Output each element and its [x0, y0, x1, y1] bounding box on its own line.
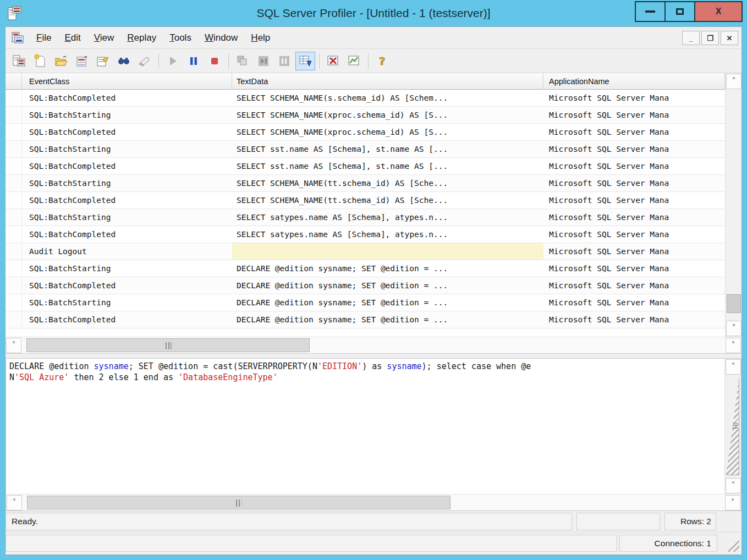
row-selector[interactable] — [6, 192, 22, 208]
row-selector[interactable] — [6, 141, 22, 157]
table-row[interactable]: SQL:BatchCompleted DECLARE @edition sysn… — [6, 311, 725, 328]
sql-token-default: ) as — [362, 361, 387, 371]
row-selector[interactable] — [6, 175, 22, 191]
scroll-up-button[interactable]: ˄ — [726, 74, 741, 89]
table-row[interactable]: SQL:BatchStarting SELECT sst.name AS [Sc… — [6, 141, 725, 158]
mdi-close-button[interactable]: ✕ — [721, 31, 738, 45]
grid-horizontal-scrollbar[interactable]: ˂ ˃ — [6, 337, 741, 353]
text-data-cell: SELECT sst.name AS [Schema], st.name AS … — [232, 141, 543, 157]
cancel-grid-button[interactable] — [323, 52, 343, 70]
minimize-icon — [645, 10, 655, 13]
event-class-cell: SQL:BatchCompleted — [22, 226, 232, 243]
detail-hscroll-thumb[interactable] — [27, 496, 451, 509]
resize-grip[interactable] — [726, 539, 739, 552]
table-row[interactable]: SQL:BatchStarting DECLARE @edition sysna… — [6, 260, 725, 277]
row-selector[interactable] — [6, 124, 22, 140]
pause-trace-button[interactable] — [184, 52, 204, 70]
text-data-cell: DECLARE @edition sysname; SET @edition =… — [232, 311, 543, 328]
copy-button[interactable] — [233, 52, 252, 70]
row-selector[interactable] — [6, 260, 22, 277]
find-binoculars-icon — [117, 54, 131, 68]
run-to-cursor-button[interactable] — [274, 52, 294, 70]
row-selector[interactable] — [6, 158, 22, 174]
pane-splitter[interactable] — [6, 354, 741, 358]
event-class-cell: SQL:BatchStarting — [22, 175, 232, 191]
properties-button[interactable] — [93, 52, 113, 70]
menu-help[interactable]: Help — [244, 29, 277, 47]
minimize-button[interactable] — [636, 2, 664, 21]
mdi-minimize-button[interactable]: _ — [682, 31, 700, 45]
trace-status-bar: Ready. Rows: 2 — [6, 511, 741, 532]
play-icon — [167, 55, 179, 67]
menu-view[interactable]: View — [87, 29, 121, 47]
column-header-eventclass[interactable]: EventClass — [22, 73, 232, 89]
table-row[interactable]: SQL:BatchCompleted SELECT SCHEMA_NAME(tt… — [6, 192, 725, 209]
menu-window[interactable]: Window — [198, 29, 244, 47]
table-row[interactable]: SQL:BatchStarting DECLARE @edition sysna… — [6, 294, 725, 311]
text-data-cell: SELECT satypes.name AS [Schema], atypes.… — [232, 209, 543, 226]
table-row[interactable]: SQL:BatchStarting SELECT satypes.name AS… — [6, 209, 725, 226]
scroll-right-button[interactable]: ˃ — [726, 338, 741, 353]
maximize-button[interactable] — [666, 2, 694, 21]
table-row[interactable]: SQL:BatchCompleted SELECT SCHEMA_NAME(xp… — [6, 124, 725, 141]
menu-tools[interactable]: Tools — [163, 29, 198, 47]
row-selector[interactable] — [6, 311, 22, 328]
menu-edit[interactable]: Edit — [58, 29, 87, 47]
close-button[interactable]: X — [695, 2, 741, 21]
sql-line: DECLARE @edition sysname; SET @edition =… — [9, 361, 723, 372]
event-class-cell: SQL:BatchStarting — [22, 141, 232, 157]
open-trace-button[interactable] — [51, 52, 71, 70]
stop-icon — [208, 55, 221, 67]
help-button[interactable]: ? — [372, 52, 392, 70]
open-table-button[interactable] — [72, 52, 92, 70]
scroll-down-button[interactable]: ˅ — [726, 478, 741, 493]
sql-text-view[interactable]: DECLARE @edition sysname; SET @edition =… — [6, 359, 724, 494]
table-row[interactable]: SQL:BatchStarting SELECT SCHEMA_NAME(xpr… — [6, 107, 725, 124]
grid-vscroll-thumb[interactable] — [727, 294, 741, 313]
start-replay-button[interactable] — [163, 52, 183, 70]
table-row[interactable]: SQL:BatchStarting SELECT SCHEMA_NAME(tt.… — [6, 175, 725, 192]
find-button[interactable] — [114, 52, 134, 70]
row-selector[interactable] — [6, 277, 22, 294]
mdi-restore-button[interactable]: ❐ — [701, 31, 719, 45]
chart-button[interactable] — [344, 52, 364, 70]
menu-file[interactable]: File — [30, 29, 58, 47]
detail-vertical-scrollbar[interactable]: ˄ ˅ — [724, 359, 741, 494]
new-document-button[interactable] — [30, 52, 50, 70]
grid-hscroll-thumb[interactable] — [26, 338, 310, 352]
toolbar: ? — [6, 49, 741, 73]
scroll-down-button[interactable]: ˅ — [726, 321, 741, 336]
row-selector[interactable] — [6, 226, 22, 243]
new-trace-button[interactable] — [9, 52, 29, 70]
toolbar-separator — [319, 53, 320, 69]
scroll-left-button[interactable]: ˂ — [6, 338, 21, 353]
status-message-panel — [6, 535, 617, 552]
row-selector[interactable] — [6, 294, 22, 311]
row-selector[interactable] — [6, 209, 22, 226]
menu-replay[interactable]: Replay — [120, 29, 163, 47]
detail-horizontal-scrollbar[interactable]: ˂ ˃ — [6, 494, 741, 510]
scroll-up-button[interactable]: ˄ — [726, 359, 741, 375]
table-row[interactable]: Audit Logout Microsoft SQL Server Mana — [6, 243, 725, 260]
sql-token-default: then 2 else 1 end as — [69, 372, 178, 382]
table-row[interactable]: SQL:BatchCompleted SELECT sst.name AS [S… — [6, 158, 725, 175]
column-header-textdata[interactable]: TextData — [232, 73, 543, 89]
detail-vscroll-thumb[interactable] — [726, 376, 739, 475]
grid-vertical-scrollbar[interactable]: ˄ ˅ — [725, 73, 741, 337]
row-selector[interactable] — [6, 243, 22, 260]
pause-icon — [188, 55, 200, 67]
text-data-cell: SELECT satypes.name AS [Schema], atypes.… — [232, 226, 543, 243]
autoscroll-button[interactable] — [295, 52, 315, 70]
row-selector-header[interactable] — [6, 73, 22, 89]
table-row[interactable]: SQL:BatchCompleted SELECT SCHEMA_NAME(s.… — [6, 90, 725, 107]
scroll-right-button[interactable]: ˃ — [725, 495, 740, 510]
table-row[interactable]: SQL:BatchCompleted SELECT satypes.name A… — [6, 226, 725, 243]
table-row[interactable]: SQL:BatchCompleted DECLARE @edition sysn… — [6, 277, 725, 294]
clear-trace-button[interactable] — [135, 52, 155, 70]
stop-trace-button[interactable] — [205, 52, 224, 70]
column-header-applicationname[interactable]: ApplicationName — [543, 73, 725, 89]
row-selector[interactable] — [6, 107, 22, 123]
row-selector[interactable] — [6, 90, 22, 106]
scroll-left-button[interactable]: ˂ — [7, 495, 22, 510]
step-button[interactable] — [254, 52, 273, 70]
